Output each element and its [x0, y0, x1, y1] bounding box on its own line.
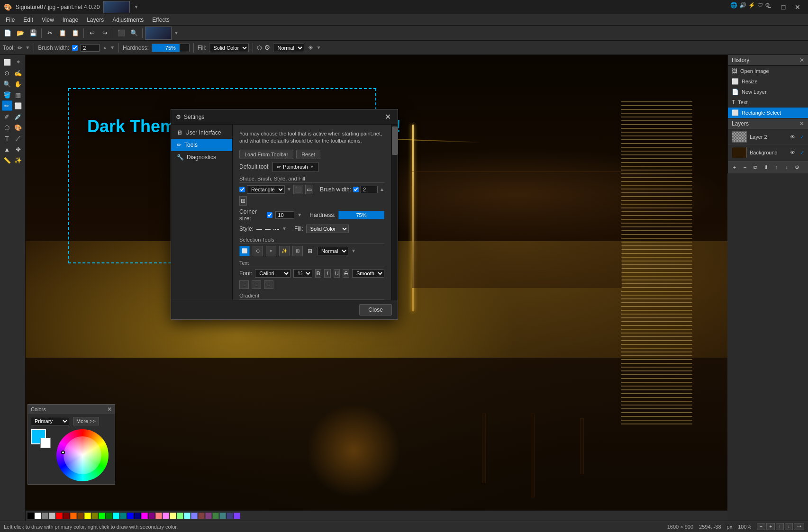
secondary-color-swatch[interactable]	[40, 438, 51, 448]
tool-pencil[interactable]: ✐	[2, 111, 12, 122]
layer-props-btn[interactable]: ⚙	[792, 162, 802, 172]
align-center-btn[interactable]: ≡	[252, 280, 261, 289]
layer-bg-visibility[interactable]: 👁	[790, 150, 795, 155]
color-type-select[interactable]: Primary Secondary	[31, 417, 69, 425]
bw-extra-btn[interactable]: ⊞	[239, 196, 247, 206]
layer-up-btn[interactable]: ↑	[772, 162, 781, 172]
nav-diagnostics[interactable]: 🔧 Diagnostics	[171, 151, 232, 163]
maximize-button[interactable]: □	[777, 2, 790, 12]
menu-adjustments[interactable]: Adjustments	[109, 16, 147, 24]
palette-swatch-yellow-light[interactable]	[170, 513, 176, 519]
palette-swatch-purple-dark[interactable]	[205, 513, 212, 519]
history-item-new-layer[interactable]: 📄 New Layer	[728, 87, 808, 97]
menu-view[interactable]: View	[38, 16, 58, 24]
palette-swatch-lime[interactable]	[99, 513, 105, 519]
load-from-toolbar-btn[interactable]: Load From Toolbar	[239, 150, 293, 159]
layer-add-btn[interactable]: +	[730, 162, 739, 172]
palette-swatch-olive[interactable]	[91, 513, 98, 519]
palette-swatch-teal[interactable]	[120, 513, 127, 519]
tool-pan[interactable]: ✋	[13, 79, 24, 89]
blend-dd[interactable]: ▼	[316, 45, 321, 50]
tool-text[interactable]: T	[2, 133, 12, 144]
palette-swatch-pink-light[interactable]	[155, 513, 162, 519]
layer-duplicate-btn[interactable]: ⧉	[751, 162, 760, 172]
dialog-scrollbar[interactable]	[391, 125, 398, 300]
shape-dd[interactable]: ▼	[287, 187, 291, 192]
menu-image[interactable]: Image	[59, 16, 82, 24]
selection-mode-select[interactable]: Normal	[317, 247, 348, 255]
fill-select[interactable]: Solid Color	[209, 44, 249, 52]
palette-swatch-cyan-light[interactable]	[184, 513, 191, 519]
palette-swatch-red[interactable]	[56, 513, 63, 519]
corner-size-input[interactable]	[275, 211, 294, 219]
bw-inc[interactable]: ▲	[380, 187, 384, 192]
tool-move[interactable]: ✥	[13, 144, 24, 154]
tool-ruler[interactable]: 📏	[2, 155, 12, 165]
layer-bg-item[interactable]: Background 👁 ✓	[728, 145, 808, 161]
thumbnail-dropdown[interactable]: ▼	[174, 30, 179, 36]
menu-effects[interactable]: Effects	[148, 16, 173, 24]
hardness-bar-dlg[interactable]: 75%	[338, 211, 384, 219]
tool-dropdown[interactable]: ▼	[25, 45, 30, 50]
align-left-btn[interactable]: ≡	[239, 280, 249, 289]
menu-file[interactable]: File	[2, 16, 18, 24]
palette-swatch-yellow[interactable]	[84, 513, 91, 519]
color-wheel[interactable]	[56, 429, 109, 481]
fill-select-dlg[interactable]: Solid Color	[306, 225, 349, 233]
dialog-close-btn[interactable]: ✕	[383, 112, 393, 121]
toolbar-new[interactable]: 📄	[2, 27, 13, 39]
toolbar-paste[interactable]: 📋	[70, 27, 81, 39]
palette-swatch-green-light[interactable]	[177, 513, 183, 519]
brush-inc[interactable]: ▲	[102, 45, 107, 50]
palette-swatch-pink[interactable]	[163, 513, 169, 519]
sel-btn-rect[interactable]: ⬜	[239, 246, 250, 256]
toolbar-copy[interactable]: 📋	[57, 27, 68, 39]
status-extra-2[interactable]: ↓	[785, 523, 793, 530]
palette-swatch-purple[interactable]	[148, 513, 155, 519]
blend-select[interactable]: Normal	[273, 44, 304, 52]
menu-edit[interactable]: Edit	[19, 16, 37, 24]
status-extra-3[interactable]: ⭢	[794, 523, 804, 530]
tool-zoom[interactable]: 🔍	[2, 79, 12, 89]
palette-swatch-green[interactable]	[106, 513, 112, 519]
palette-swatch-blue-light[interactable]	[191, 513, 198, 519]
history-item-resize[interactable]: ⬜ Resize	[728, 76, 808, 87]
layer-delete-btn[interactable]: −	[740, 162, 750, 172]
font-select[interactable]: Calibri	[255, 269, 290, 278]
tool-gradient[interactable]: ▦	[13, 90, 24, 100]
brush-width-input[interactable]	[81, 44, 100, 52]
palette-swatch-blue[interactable]	[127, 513, 134, 519]
toolbar-save[interactable]: 💾	[27, 27, 39, 39]
palette-swatch-rose-dark[interactable]	[198, 513, 205, 519]
corner-checkbox[interactable]	[267, 212, 272, 218]
sel-btn-extra[interactable]: ⊞	[292, 246, 303, 256]
shape-select[interactable]: Rectangle	[247, 185, 285, 194]
palette-swatch-maroon[interactable]	[63, 513, 70, 519]
tool-magic-wand[interactable]: ✨	[13, 155, 24, 165]
palette-swatch-navy[interactable]	[134, 513, 141, 519]
palette-swatch-teal-dark[interactable]	[219, 513, 226, 519]
underline-btn[interactable]: U	[334, 269, 340, 278]
palette-swatch-magenta[interactable]	[141, 513, 148, 519]
palette-swatch-cyan[interactable]	[113, 513, 119, 519]
font-size-select[interactable]: 12	[293, 269, 312, 278]
close-button[interactable]: ✕	[791, 2, 804, 12]
tool-clone-stamp[interactable]: ⬡	[2, 122, 12, 133]
palette-swatch-orange[interactable]	[70, 513, 77, 519]
toolbar-open[interactable]: 📂	[15, 27, 26, 39]
layer-down-btn[interactable]: ↓	[782, 162, 791, 172]
corner-dd[interactable]: ▼	[297, 212, 302, 217]
layer-2-item[interactable]: Layer 2 👁 ✓	[728, 129, 808, 145]
palette-swatch-green-dark[interactable]	[212, 513, 219, 519]
color-wheel-container[interactable]	[56, 429, 109, 481]
palette-swatch-gray[interactable]	[42, 513, 48, 519]
palette-swatch-white[interactable]	[35, 513, 41, 519]
toolbar-crop[interactable]: ⬛	[116, 27, 127, 39]
italic-btn[interactable]: I	[324, 269, 331, 278]
palette-swatch-brown[interactable]	[77, 513, 84, 519]
colors-close-btn[interactable]: ✕	[107, 406, 112, 413]
menu-layers[interactable]: Layers	[83, 16, 108, 24]
palette-swatch-violet[interactable]	[234, 513, 240, 519]
reset-btn[interactable]: Reset	[296, 150, 320, 159]
dialog-close-footer-btn[interactable]: Close	[359, 304, 392, 316]
